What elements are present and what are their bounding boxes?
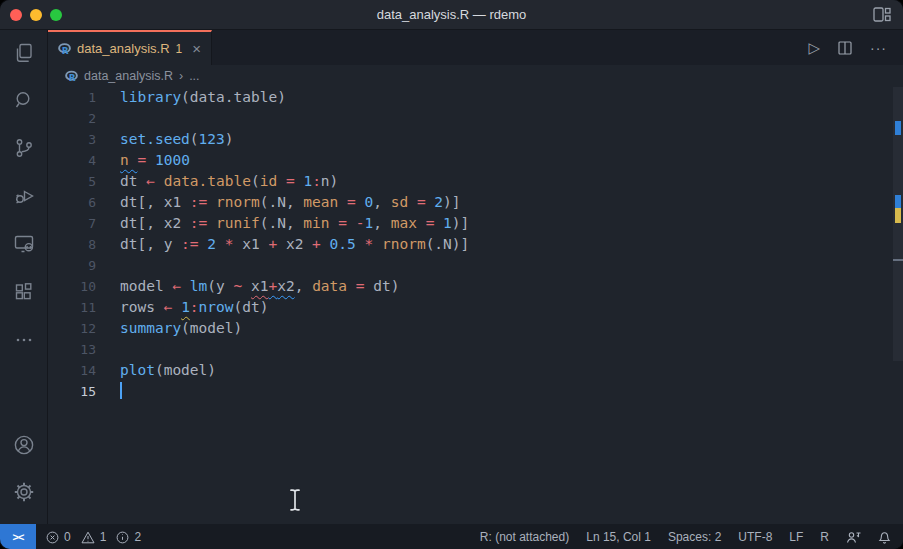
line-number: 13	[48, 339, 120, 360]
code-text: dt[, x2 := runif(.N, min = -1, max = 1)]	[120, 213, 903, 234]
bell-icon[interactable]	[878, 530, 891, 544]
status-bar-right: R: (not attached) Ln 15, Col 1 Spaces: 2…	[480, 530, 903, 544]
ruler-warning-mark	[895, 208, 901, 223]
code-lines: 1library(data.table)23set.seed(123)4n = …	[48, 87, 903, 402]
overview-ruler	[893, 87, 903, 524]
code-line[interactable]: 8dt[, y := 2 * x1 + x2 + 0.5 * rnorm(.N)…	[48, 234, 903, 255]
split-editor-icon[interactable]	[838, 41, 852, 55]
code-text	[120, 381, 903, 402]
mouse-ibeam-cursor	[288, 487, 302, 519]
activity-bar	[0, 30, 48, 524]
code-line[interactable]: 3set.seed(123)	[48, 129, 903, 150]
code-text	[120, 339, 903, 360]
code-line[interactable]: 9	[48, 255, 903, 276]
code-line[interactable]: 15	[48, 381, 903, 402]
main-area: R data_analysis.R 1 × ▷ ···	[0, 30, 903, 524]
title-bar: data_analysis.R — rdemo	[0, 0, 903, 30]
cursor-position[interactable]: Ln 15, Col 1	[586, 530, 651, 544]
vscode-window: data_analysis.R — rdemo	[0, 0, 903, 549]
code-line[interactable]: 13	[48, 339, 903, 360]
ruler-info-mark	[895, 121, 901, 135]
code-line[interactable]: 1library(data.table)	[48, 87, 903, 108]
code-line[interactable]: 10model ← lm(y ~ x1+x2, data = dt)	[48, 276, 903, 297]
window-title: data_analysis.R — rdemo	[0, 7, 903, 22]
settings-gear-icon[interactable]	[0, 468, 48, 516]
r-session-status[interactable]: R: (not attached)	[480, 530, 569, 544]
svg-text:R: R	[62, 45, 69, 55]
breadcrumb-file[interactable]: data_analysis.R	[84, 69, 173, 83]
breadcrumb-separator: ›	[179, 69, 183, 83]
tab-badge: 1	[176, 42, 183, 56]
run-and-debug-icon[interactable]	[0, 172, 48, 220]
code-text: library(data.table)	[120, 87, 903, 108]
code-text: set.seed(123)	[120, 129, 903, 150]
error-icon	[46, 531, 59, 544]
tab-close-icon[interactable]: ×	[192, 41, 201, 56]
status-bar: >< 0 1 2 R: (not attached) Ln 15, Col 1 …	[0, 524, 903, 549]
code-text: dt ← data.table(id = 1:n)	[120, 171, 903, 192]
code-line[interactable]: 11rows ← 1:nrow(dt)	[48, 297, 903, 318]
activity-bar-bottom	[0, 422, 48, 516]
r-language-icon: R	[65, 70, 78, 83]
code-text: dt[, x1 := rnorm(.N, mean = 0, sd = 2)]	[120, 192, 903, 213]
breadcrumb-symbol[interactable]: ...	[189, 69, 199, 83]
line-number: 6	[48, 192, 120, 213]
remote-indicator-icon[interactable]: ><	[0, 524, 36, 549]
line-number: 5	[48, 171, 120, 192]
code-text: rows ← 1:nrow(dt)	[120, 297, 903, 318]
text-cursor	[120, 382, 122, 399]
code-editor[interactable]: 1library(data.table)23set.seed(123)4n = …	[48, 87, 903, 524]
editor-group: R data_analysis.R 1 × ▷ ···	[48, 30, 903, 524]
svg-text:R: R	[69, 73, 76, 83]
search-icon[interactable]	[0, 76, 48, 124]
tab-bar: R data_analysis.R 1 × ▷ ···	[48, 30, 903, 65]
code-text	[120, 255, 903, 276]
more-actions-icon[interactable]: ···	[870, 40, 887, 56]
info-icon	[116, 531, 129, 544]
warning-icon	[81, 531, 95, 544]
ruler-cursor-mark	[893, 259, 903, 261]
problems-indicator[interactable]: 0 1 2	[46, 530, 141, 544]
code-text: plot(model)	[120, 360, 903, 381]
code-line[interactable]: 12summary(model)	[48, 318, 903, 339]
code-text	[120, 108, 903, 129]
line-number: 11	[48, 297, 120, 318]
line-number: 14	[48, 360, 120, 381]
warning-count: 1	[100, 530, 107, 544]
eol-sequence[interactable]: LF	[789, 530, 803, 544]
line-number: 4	[48, 150, 120, 171]
line-number: 15	[48, 381, 120, 402]
tab-data-analysis[interactable]: R data_analysis.R 1 ×	[48, 30, 212, 65]
line-number: 12	[48, 318, 120, 339]
language-mode[interactable]: R	[820, 530, 829, 544]
line-number: 9	[48, 255, 120, 276]
run-file-icon[interactable]: ▷	[808, 39, 820, 57]
more-views-icon[interactable]	[0, 316, 48, 364]
ruler-info-mark	[895, 195, 901, 208]
code-line[interactable]: 14plot(model)	[48, 360, 903, 381]
extensions-icon[interactable]	[0, 268, 48, 316]
account-icon[interactable]	[0, 422, 48, 468]
feedback-icon[interactable]	[846, 531, 861, 544]
remote-explorer-icon[interactable]	[0, 220, 48, 268]
code-text: model ← lm(y ~ x1+x2, data = dt)	[120, 276, 903, 297]
code-line[interactable]: 4n = 1000	[48, 150, 903, 171]
code-line[interactable]: 7dt[, x2 := runif(.N, min = -1, max = 1)…	[48, 213, 903, 234]
code-text: n = 1000	[120, 150, 903, 171]
source-control-icon[interactable]	[0, 124, 48, 172]
info-count: 2	[134, 530, 141, 544]
tab-filename: data_analysis.R	[77, 41, 170, 56]
encoding[interactable]: UTF-8	[738, 530, 772, 544]
code-line[interactable]: 6dt[, x1 := rnorm(.N, mean = 0, sd = 2)]	[48, 192, 903, 213]
explorer-icon[interactable]	[0, 30, 48, 76]
line-number: 1	[48, 87, 120, 108]
code-line[interactable]: 5dt ← data.table(id = 1:n)	[48, 171, 903, 192]
customize-layout-icon[interactable]	[873, 7, 891, 22]
editor-actions: ▷ ···	[808, 30, 903, 65]
indentation[interactable]: Spaces: 2	[668, 530, 721, 544]
line-number: 10	[48, 276, 120, 297]
code-text: summary(model)	[120, 318, 903, 339]
r-language-icon: R	[58, 41, 71, 57]
code-line[interactable]: 2	[48, 108, 903, 129]
breadcrumb: R data_analysis.R › ...	[48, 65, 903, 87]
